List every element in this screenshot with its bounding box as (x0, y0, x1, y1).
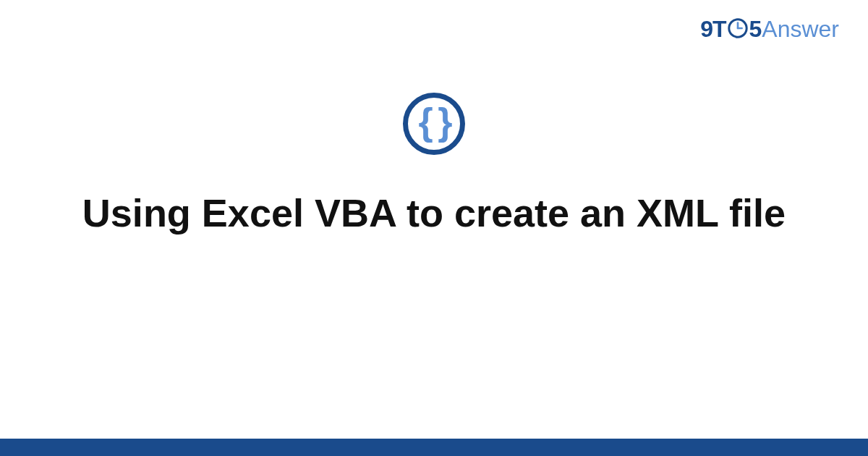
footer-bar (0, 439, 868, 456)
main-content: { } Using Excel VBA to create an XML fil… (0, 93, 868, 237)
brand-part-5: 5 (749, 16, 762, 43)
site-brand: 9T 5 Answer (700, 16, 839, 43)
brand-part-9t: 9T (700, 16, 726, 43)
clock-icon (727, 17, 749, 39)
braces-glyph: { } (419, 103, 450, 140)
brand-part-answer: Answer (762, 16, 839, 43)
page-title: Using Excel VBA to create an XML file (54, 190, 814, 237)
code-braces-icon: { } (403, 93, 465, 155)
